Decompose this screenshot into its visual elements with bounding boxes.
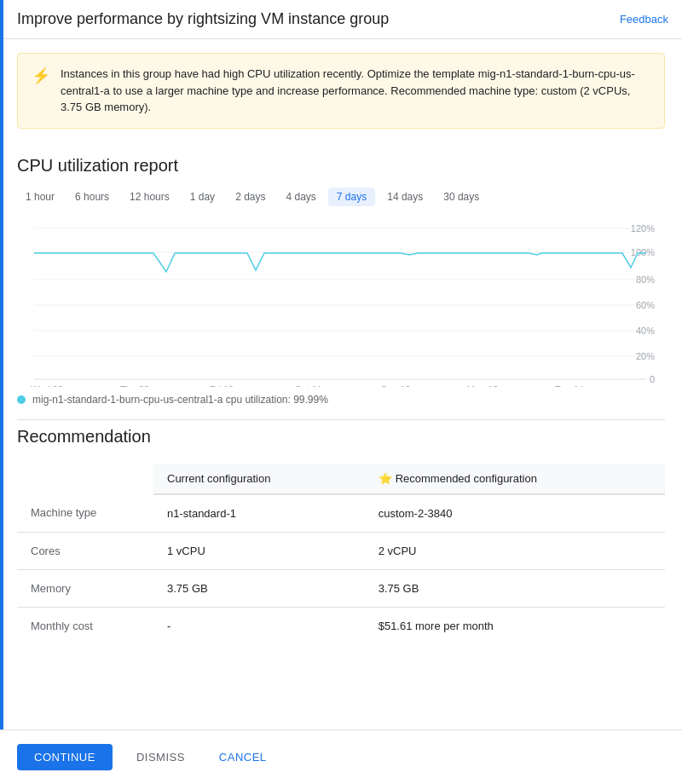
recommendation-table: Current configuration ⭐Recommended confi… bbox=[17, 464, 665, 644]
row-current: - bbox=[153, 607, 365, 644]
warning-icon: ⚡ bbox=[32, 66, 50, 85]
header: Improve performance by rightsizing VM in… bbox=[0, 0, 682, 39]
time-tab-7-days[interactable]: 7 days bbox=[328, 187, 375, 206]
legend-label: mig-n1-standard-1-burn-cpu-us-central1-a… bbox=[32, 394, 328, 406]
time-tab-1-day[interactable]: 1 day bbox=[182, 187, 223, 206]
time-tabs: 1 hour6 hours12 hours1 day2 days4 days7 … bbox=[17, 187, 665, 206]
time-tab-30-days[interactable]: 30 days bbox=[435, 187, 488, 206]
table-row: Monthly cost - $51.61 more per month bbox=[17, 607, 665, 644]
left-accent-bar bbox=[0, 0, 3, 784]
row-recommended: custom-2-3840 bbox=[365, 494, 665, 533]
recommendation-section: Recommendation Current configuration ⭐Re… bbox=[0, 420, 682, 658]
time-tab-14-days[interactable]: 14 days bbox=[379, 187, 431, 206]
cpu-report-section: CPU utilization report 1 hour6 hours12 h… bbox=[0, 142, 682, 406]
legend-color-dot bbox=[17, 395, 26, 404]
alert-text: Instances in this group have had high CP… bbox=[61, 66, 650, 116]
table-row: Cores 1 vCPU 2 vCPU bbox=[17, 532, 665, 569]
footer: CONTINUE DISMISS CANCEL bbox=[0, 729, 682, 784]
row-current: n1-standard-1 bbox=[153, 494, 365, 533]
dismiss-button[interactable]: DISMISS bbox=[126, 744, 195, 770]
table-row: Memory 3.75 GB 3.75 GB bbox=[17, 569, 665, 607]
svg-text:Sat 11: Sat 11 bbox=[295, 384, 322, 387]
recommendation-title: Recommendation bbox=[17, 427, 665, 447]
table-col-label bbox=[17, 464, 153, 494]
feedback-link[interactable]: Feedback bbox=[620, 13, 668, 26]
row-recommended: $51.61 more per month bbox=[365, 607, 665, 644]
chart-svg: 120% 100% 80% 60% 40% 20% 0 Wed 0 bbox=[17, 216, 665, 387]
row-recommended: 3.75 GB bbox=[365, 569, 665, 607]
time-tab-1-hour[interactable]: 1 hour bbox=[17, 187, 63, 206]
svg-text:Wed 08: Wed 08 bbox=[31, 384, 63, 387]
cpu-report-title: CPU utilization report bbox=[17, 156, 665, 176]
time-tab-12-hours[interactable]: 12 hours bbox=[121, 187, 178, 206]
row-label: Machine type bbox=[17, 494, 153, 533]
svg-text:Sun 12: Sun 12 bbox=[381, 384, 411, 387]
table-row: Machine type n1-standard-1 custom-2-3840 bbox=[17, 494, 665, 533]
time-tab-4-days[interactable]: 4 days bbox=[277, 187, 324, 206]
row-label: Monthly cost bbox=[17, 607, 153, 644]
row-label: Cores bbox=[17, 532, 153, 569]
continue-button[interactable]: CONTINUE bbox=[17, 744, 113, 770]
row-current: 3.75 GB bbox=[153, 569, 365, 607]
time-tab-2-days[interactable]: 2 days bbox=[227, 187, 274, 206]
recommended-star-icon: ⭐ bbox=[379, 472, 392, 485]
table-header-recommended: ⭐Recommended configuration bbox=[365, 464, 665, 494]
time-tab-6-hours[interactable]: 6 hours bbox=[66, 187, 118, 206]
row-current: 1 vCPU bbox=[153, 532, 365, 569]
svg-text:Thu 09: Thu 09 bbox=[120, 384, 149, 387]
cancel-button[interactable]: CANCEL bbox=[209, 744, 277, 770]
svg-text:0: 0 bbox=[650, 374, 655, 384]
cpu-chart: 120% 100% 80% 60% 40% 20% 0 Wed 0 bbox=[17, 216, 665, 387]
svg-text:Mon 13: Mon 13 bbox=[467, 384, 499, 387]
page-title: Improve performance by rightsizing VM in… bbox=[17, 10, 389, 28]
svg-text:Fri 10: Fri 10 bbox=[210, 384, 234, 387]
chart-legend: mig-n1-standard-1-burn-cpu-us-central1-a… bbox=[17, 394, 665, 406]
svg-text:Tue 14: Tue 14 bbox=[555, 384, 584, 387]
row-recommended: 2 vCPU bbox=[365, 532, 665, 569]
row-label: Memory bbox=[17, 569, 153, 607]
table-header-current: Current configuration bbox=[153, 464, 365, 494]
alert-box: ⚡ Instances in this group have had high … bbox=[17, 53, 665, 129]
